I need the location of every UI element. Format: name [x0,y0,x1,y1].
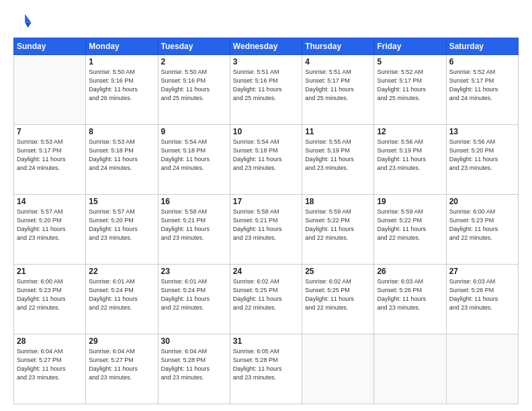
weekday-header-tuesday: Tuesday [158,38,230,55]
day-info: Sunrise: 5:50 AM Sunset: 5:16 PM Dayligh… [89,68,154,103]
svg-marker-1 [25,23,31,28]
day-info: Sunrise: 6:01 AM Sunset: 5:24 PM Dayligh… [161,277,227,312]
day-info: Sunrise: 5:58 AM Sunset: 5:21 PM Dayligh… [233,208,299,242]
day-info: Sunrise: 5:51 AM Sunset: 5:16 PM Dayligh… [233,68,299,103]
calendar-cell: 30Sunrise: 6:04 AM Sunset: 5:28 PM Dayli… [158,334,230,404]
calendar-cell: 3Sunrise: 5:51 AM Sunset: 5:16 PM Daylig… [230,55,302,125]
day-number: 15 [89,197,154,206]
day-info: Sunrise: 5:50 AM Sunset: 5:16 PM Dayligh… [161,68,227,103]
calendar-cell: 28Sunrise: 6:04 AM Sunset: 5:27 PM Dayli… [14,334,86,404]
day-number: 6 [449,57,515,66]
calendar-cell: 16Sunrise: 5:58 AM Sunset: 5:21 PM Dayli… [158,195,230,265]
weekday-header-friday: Friday [374,38,446,55]
day-info: Sunrise: 5:59 AM Sunset: 5:22 PM Dayligh… [305,208,371,242]
day-info: Sunrise: 5:56 AM Sunset: 5:19 PM Dayligh… [377,138,443,173]
day-info: Sunrise: 6:03 AM Sunset: 5:26 PM Dayligh… [449,277,515,312]
day-number: 11 [305,127,371,136]
day-info: Sunrise: 5:55 AM Sunset: 5:19 PM Dayligh… [305,138,371,173]
calendar-cell: 25Sunrise: 6:02 AM Sunset: 5:25 PM Dayli… [302,265,374,334]
calendar-cell: 10Sunrise: 5:54 AM Sunset: 5:18 PM Dayli… [230,125,302,195]
day-info: Sunrise: 5:57 AM Sunset: 5:20 PM Dayligh… [17,208,83,242]
day-number: 14 [17,197,83,206]
calendar-table: SundayMondayTuesdayWednesdayThursdayFrid… [13,38,519,404]
day-number: 31 [233,336,299,346]
day-info: Sunrise: 5:57 AM Sunset: 5:20 PM Dayligh… [89,208,154,242]
day-number: 24 [233,267,299,276]
weekday-header-monday: Monday [86,38,158,55]
calendar-cell: 4Sunrise: 5:51 AM Sunset: 5:17 PM Daylig… [302,55,374,125]
day-number: 26 [377,267,443,276]
weekday-header-sunday: Sunday [14,38,86,55]
calendar-cell: 22Sunrise: 6:01 AM Sunset: 5:24 PM Dayli… [86,265,158,334]
calendar-cell: 21Sunrise: 6:00 AM Sunset: 5:23 PM Dayli… [14,265,86,334]
day-number: 16 [161,197,227,206]
calendar-cell: 2Sunrise: 5:50 AM Sunset: 5:16 PM Daylig… [158,55,230,125]
calendar-week-row: 7Sunrise: 5:53 AM Sunset: 5:17 PM Daylig… [14,125,519,195]
logo [13,12,35,31]
calendar-cell [302,334,374,404]
day-info: Sunrise: 5:58 AM Sunset: 5:21 PM Dayligh… [161,208,227,242]
day-info: Sunrise: 5:51 AM Sunset: 5:17 PM Dayligh… [305,68,371,103]
calendar-cell: 7Sunrise: 5:53 AM Sunset: 5:17 PM Daylig… [14,125,86,195]
calendar-cell: 23Sunrise: 6:01 AM Sunset: 5:24 PM Dayli… [158,265,230,334]
calendar-cell: 20Sunrise: 6:00 AM Sunset: 5:23 PM Dayli… [446,195,518,265]
day-info: Sunrise: 5:56 AM Sunset: 5:20 PM Dayligh… [449,138,515,173]
calendar-cell [14,55,86,125]
day-info: Sunrise: 6:01 AM Sunset: 5:24 PM Dayligh… [89,277,154,312]
calendar-cell: 12Sunrise: 5:56 AM Sunset: 5:19 PM Dayli… [374,125,446,195]
day-number: 3 [233,57,299,66]
day-number: 29 [89,336,154,346]
day-info: Sunrise: 6:02 AM Sunset: 5:25 PM Dayligh… [233,277,299,312]
day-number: 7 [17,127,83,136]
calendar-cell: 13Sunrise: 5:56 AM Sunset: 5:20 PM Dayli… [446,125,518,195]
day-info: Sunrise: 5:54 AM Sunset: 5:18 PM Dayligh… [233,138,299,173]
weekday-header-row: SundayMondayTuesdayWednesdayThursdayFrid… [14,38,519,55]
day-number: 5 [377,57,443,66]
calendar-week-row: 28Sunrise: 6:04 AM Sunset: 5:27 PM Dayli… [14,334,519,404]
day-number: 10 [233,127,299,136]
calendar-cell: 6Sunrise: 5:52 AM Sunset: 5:17 PM Daylig… [446,55,518,125]
day-info: Sunrise: 5:53 AM Sunset: 5:18 PM Dayligh… [89,138,154,173]
day-info: Sunrise: 6:05 AM Sunset: 5:28 PM Dayligh… [233,347,299,382]
logo-icon [13,12,32,31]
day-info: Sunrise: 6:04 AM Sunset: 5:27 PM Dayligh… [17,347,83,382]
day-info: Sunrise: 5:52 AM Sunset: 5:17 PM Dayligh… [377,68,443,103]
svg-marker-0 [25,14,31,22]
calendar-week-row: 1Sunrise: 5:50 AM Sunset: 5:16 PM Daylig… [14,55,519,125]
day-number: 12 [377,127,443,136]
weekday-header-wednesday: Wednesday [230,38,302,55]
day-info: Sunrise: 6:03 AM Sunset: 5:26 PM Dayligh… [377,277,443,312]
weekday-header-saturday: Saturday [446,38,518,55]
day-info: Sunrise: 5:54 AM Sunset: 5:18 PM Dayligh… [161,138,227,173]
day-number: 9 [161,127,227,136]
day-number: 4 [305,57,371,66]
calendar-cell: 15Sunrise: 5:57 AM Sunset: 5:20 PM Dayli… [86,195,158,265]
calendar-week-row: 14Sunrise: 5:57 AM Sunset: 5:20 PM Dayli… [14,195,519,265]
calendar-cell: 8Sunrise: 5:53 AM Sunset: 5:18 PM Daylig… [86,125,158,195]
calendar-cell: 17Sunrise: 5:58 AM Sunset: 5:21 PM Dayli… [230,195,302,265]
day-info: Sunrise: 6:00 AM Sunset: 5:23 PM Dayligh… [449,208,515,242]
calendar-cell: 29Sunrise: 6:04 AM Sunset: 5:27 PM Dayli… [86,334,158,404]
day-number: 19 [377,197,443,206]
day-info: Sunrise: 5:59 AM Sunset: 5:22 PM Dayligh… [377,208,443,242]
day-number: 18 [305,197,371,206]
calendar-cell: 18Sunrise: 5:59 AM Sunset: 5:22 PM Dayli… [302,195,374,265]
day-number: 30 [161,336,227,346]
day-number: 8 [89,127,154,136]
day-number: 20 [449,197,515,206]
day-number: 13 [449,127,515,136]
day-number: 2 [161,57,227,66]
calendar-cell: 14Sunrise: 5:57 AM Sunset: 5:20 PM Dayli… [14,195,86,265]
day-info: Sunrise: 6:04 AM Sunset: 5:28 PM Dayligh… [161,347,227,382]
day-number: 28 [17,336,83,346]
calendar-week-row: 21Sunrise: 6:00 AM Sunset: 5:23 PM Dayli… [14,265,519,334]
calendar-cell: 19Sunrise: 5:59 AM Sunset: 5:22 PM Dayli… [374,195,446,265]
day-info: Sunrise: 6:00 AM Sunset: 5:23 PM Dayligh… [17,277,83,312]
calendar-cell: 1Sunrise: 5:50 AM Sunset: 5:16 PM Daylig… [86,55,158,125]
calendar-cell: 5Sunrise: 5:52 AM Sunset: 5:17 PM Daylig… [374,55,446,125]
day-info: Sunrise: 6:02 AM Sunset: 5:25 PM Dayligh… [305,277,371,312]
calendar-cell: 24Sunrise: 6:02 AM Sunset: 5:25 PM Dayli… [230,265,302,334]
calendar-cell: 9Sunrise: 5:54 AM Sunset: 5:18 PM Daylig… [158,125,230,195]
page: SundayMondayTuesdayWednesdayThursdayFrid… [0,0,532,411]
calendar-cell [446,334,518,404]
